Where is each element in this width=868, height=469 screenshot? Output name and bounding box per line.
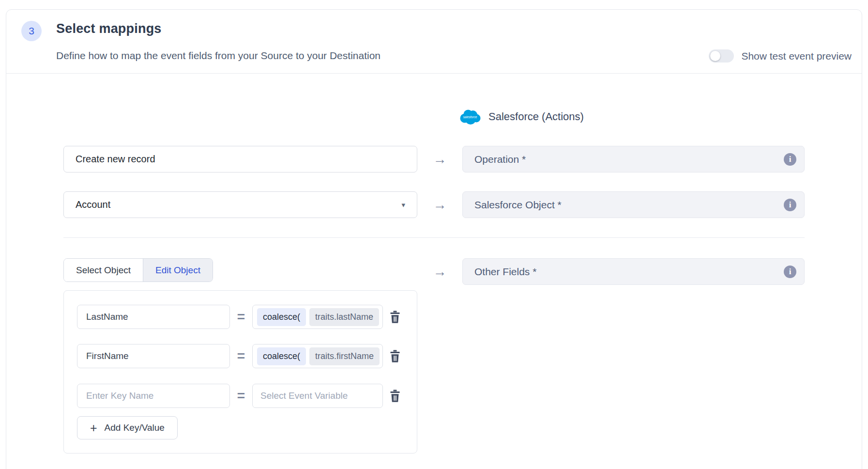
tab-edit-object[interactable]: Edit Object bbox=[143, 259, 213, 281]
object-tabs: Select Object Edit Object bbox=[63, 258, 213, 282]
action-input[interactable] bbox=[63, 146, 417, 172]
salesforce-logo-text: salesforce bbox=[463, 115, 477, 119]
equals-icon: = bbox=[230, 348, 252, 364]
value-expression[interactable]: coalesce( traits.lastName bbox=[252, 305, 383, 329]
toggle-knob bbox=[710, 51, 720, 61]
chevron-down-icon: ▾ bbox=[401, 201, 405, 209]
show-test-event-preview-toggle[interactable] bbox=[709, 49, 734, 63]
trash-icon bbox=[389, 390, 401, 403]
delete-row-button[interactable] bbox=[389, 311, 401, 324]
kv-row: = coalesce( traits.firstName bbox=[77, 344, 402, 368]
kv-row-empty: = bbox=[77, 384, 402, 408]
variable-chip[interactable]: traits.firstName bbox=[309, 347, 380, 365]
equals-icon: = bbox=[230, 309, 252, 325]
toggle-label: Show test event preview bbox=[741, 50, 852, 62]
card-body: salesforce Salesforce (Actions) → Operat… bbox=[6, 109, 862, 469]
event-variable-input[interactable] bbox=[252, 384, 383, 408]
trash-icon bbox=[389, 311, 401, 324]
salesforce-object-field[interactable]: Salesforce Object * i bbox=[462, 191, 805, 218]
mapping-row-operation: → Operation * i bbox=[63, 146, 805, 172]
delete-row-button[interactable] bbox=[389, 390, 401, 403]
object-select[interactable]: Account ▾ bbox=[63, 191, 417, 218]
arrow-right-icon: → bbox=[417, 191, 462, 218]
arrow-right-icon: → bbox=[417, 146, 462, 172]
action-cell bbox=[63, 146, 417, 172]
function-chip[interactable]: coalesce( bbox=[257, 308, 306, 326]
info-icon[interactable]: i bbox=[784, 199, 796, 211]
test-event-preview-toggle-group: Show test event preview bbox=[709, 49, 852, 63]
add-key-value-label: Add Key/Value bbox=[105, 422, 165, 433]
page-subtitle: Define how to map the event fields from … bbox=[56, 50, 381, 62]
mapping-row-other-fields: Select Object Edit Object = coalesce( tr… bbox=[63, 258, 805, 453]
info-icon[interactable]: i bbox=[784, 153, 796, 166]
operation-field[interactable]: Operation * i bbox=[462, 146, 805, 172]
card-header: 3 Select mappings Define how to map the … bbox=[6, 10, 862, 74]
add-key-value-button[interactable]: + Add Key/Value bbox=[77, 416, 178, 439]
tab-select-object[interactable]: Select Object bbox=[64, 259, 143, 281]
object-editor-cell: Select Object Edit Object = coalesce( tr… bbox=[63, 258, 417, 453]
function-chip[interactable]: coalesce( bbox=[257, 347, 306, 365]
operation-field-label: Operation * bbox=[474, 154, 526, 165]
delete-row-button[interactable] bbox=[389, 350, 401, 363]
key-input[interactable] bbox=[77, 344, 230, 368]
key-input[interactable] bbox=[77, 305, 230, 329]
value-expression[interactable]: coalesce( traits.firstName bbox=[252, 344, 383, 368]
info-icon[interactable]: i bbox=[784, 266, 796, 278]
equals-icon: = bbox=[230, 388, 252, 404]
key-input[interactable] bbox=[77, 384, 230, 408]
destination-name: Salesforce (Actions) bbox=[488, 110, 584, 123]
arrow-right-icon: → bbox=[417, 258, 462, 285]
variable-chip[interactable]: traits.lastName bbox=[309, 308, 379, 326]
mapping-row-object: Account ▾ → Salesforce Object * i bbox=[63, 191, 805, 218]
destination-header: salesforce Salesforce (Actions) bbox=[459, 109, 805, 125]
select-mappings-card: 3 Select mappings Define how to map the … bbox=[6, 9, 862, 469]
page-title: Select mappings bbox=[56, 21, 162, 36]
object-select-value: Account bbox=[76, 199, 110, 210]
salesforce-object-field-label: Salesforce Object * bbox=[474, 199, 562, 211]
salesforce-logo-icon: salesforce bbox=[459, 109, 481, 125]
other-fields-field[interactable]: Other Fields * i bbox=[462, 258, 805, 285]
kv-row: = coalesce( traits.lastName bbox=[77, 305, 402, 329]
key-value-panel: = coalesce( traits.lastName bbox=[63, 290, 417, 453]
plus-icon: + bbox=[90, 421, 97, 435]
step-number-badge: 3 bbox=[21, 21, 42, 41]
object-cell: Account ▾ bbox=[63, 191, 417, 218]
trash-icon bbox=[389, 350, 401, 363]
section-divider bbox=[63, 237, 805, 238]
other-fields-field-label: Other Fields * bbox=[474, 266, 536, 278]
